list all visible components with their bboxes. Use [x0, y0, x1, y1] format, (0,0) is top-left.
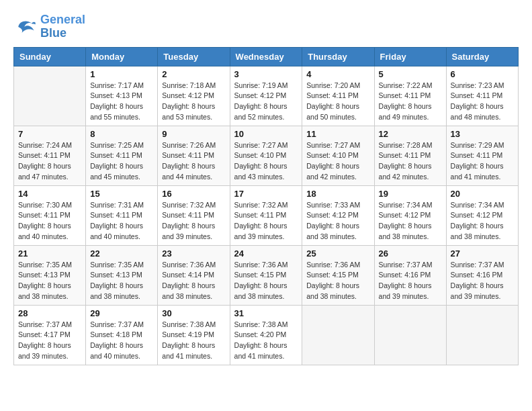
day-number: 10 — [234, 129, 298, 139]
calendar-cell: 1Sunrise: 7:17 AM Sunset: 4:13 PM Daylig… — [86, 66, 158, 126]
day-info: Sunrise: 7:33 AM Sunset: 4:12 PM Dayligh… — [306, 200, 369, 242]
calendar-cell — [302, 305, 374, 365]
day-number: 27 — [451, 248, 514, 259]
day-number: 5 — [379, 69, 442, 79]
day-number: 19 — [379, 189, 442, 199]
logo: General Blue — [13, 13, 85, 40]
day-info: Sunrise: 7:31 AM Sunset: 4:11 PM Dayligh… — [90, 200, 153, 242]
calendar-cell: 9Sunrise: 7:26 AM Sunset: 4:11 PM Daylig… — [158, 126, 230, 185]
day-info: Sunrise: 7:36 AM Sunset: 4:15 PM Dayligh… — [306, 260, 369, 302]
calendar-cell: 23Sunrise: 7:36 AM Sunset: 4:14 PM Dayli… — [158, 245, 230, 305]
day-info: Sunrise: 7:27 AM Sunset: 4:10 PM Dayligh… — [234, 140, 298, 183]
day-number: 13 — [451, 129, 514, 139]
day-number: 29 — [90, 308, 153, 318]
day-info: Sunrise: 7:23 AM Sunset: 4:11 PM Dayligh… — [451, 81, 514, 123]
day-number: 24 — [234, 248, 298, 259]
day-number: 7 — [18, 129, 81, 139]
calendar-week-1: 1Sunrise: 7:17 AM Sunset: 4:13 PM Daylig… — [14, 66, 519, 126]
calendar-cell: 4Sunrise: 7:20 AM Sunset: 4:11 PM Daylig… — [302, 66, 374, 126]
day-info: Sunrise: 7:37 AM Sunset: 4:16 PM Dayligh… — [451, 260, 514, 302]
day-info: Sunrise: 7:32 AM Sunset: 4:11 PM Dayligh… — [162, 200, 225, 242]
logo-text: General Blue — [40, 13, 85, 40]
column-header-wednesday: Wednesday — [230, 47, 302, 66]
day-info: Sunrise: 7:24 AM Sunset: 4:11 PM Dayligh… — [18, 140, 81, 183]
day-info: Sunrise: 7:36 AM Sunset: 4:15 PM Dayligh… — [234, 260, 298, 302]
calendar-cell: 2Sunrise: 7:18 AM Sunset: 4:12 PM Daylig… — [158, 66, 230, 126]
calendar-cell: 13Sunrise: 7:29 AM Sunset: 4:11 PM Dayli… — [446, 126, 518, 185]
day-info: Sunrise: 7:35 AM Sunset: 4:13 PM Dayligh… — [90, 260, 153, 302]
day-number: 28 — [18, 308, 81, 318]
logo-icon — [13, 15, 38, 39]
day-info: Sunrise: 7:19 AM Sunset: 4:12 PM Dayligh… — [234, 81, 298, 123]
day-number: 4 — [306, 69, 369, 79]
day-number: 18 — [306, 189, 369, 199]
day-info: Sunrise: 7:37 AM Sunset: 4:18 PM Dayligh… — [90, 320, 153, 362]
day-info: Sunrise: 7:26 AM Sunset: 4:11 PM Dayligh… — [162, 140, 225, 183]
calendar-cell: 15Sunrise: 7:31 AM Sunset: 4:11 PM Dayli… — [86, 185, 158, 245]
day-info: Sunrise: 7:28 AM Sunset: 4:11 PM Dayligh… — [379, 140, 442, 183]
calendar-cell — [14, 66, 86, 126]
calendar-cell: 18Sunrise: 7:33 AM Sunset: 4:12 PM Dayli… — [302, 185, 374, 245]
day-info: Sunrise: 7:36 AM Sunset: 4:14 PM Dayligh… — [162, 260, 225, 302]
day-info: Sunrise: 7:34 AM Sunset: 4:12 PM Dayligh… — [379, 200, 442, 242]
day-number: 30 — [162, 308, 225, 318]
calendar-week-5: 28Sunrise: 7:37 AM Sunset: 4:17 PM Dayli… — [14, 305, 519, 365]
calendar-cell — [446, 305, 518, 365]
calendar-cell: 29Sunrise: 7:37 AM Sunset: 4:18 PM Dayli… — [86, 305, 158, 365]
day-number: 26 — [379, 248, 442, 259]
day-number: 14 — [18, 189, 81, 199]
calendar-week-3: 14Sunrise: 7:30 AM Sunset: 4:11 PM Dayli… — [14, 185, 519, 245]
calendar-cell: 12Sunrise: 7:28 AM Sunset: 4:11 PM Dayli… — [374, 126, 446, 185]
column-header-sunday: Sunday — [14, 47, 86, 66]
column-header-monday: Monday — [86, 47, 158, 66]
calendar-cell: 6Sunrise: 7:23 AM Sunset: 4:11 PM Daylig… — [446, 66, 518, 126]
calendar-cell: 27Sunrise: 7:37 AM Sunset: 4:16 PM Dayli… — [446, 245, 518, 305]
calendar-cell: 28Sunrise: 7:37 AM Sunset: 4:17 PM Dayli… — [14, 305, 86, 365]
day-number: 8 — [90, 129, 153, 139]
day-number: 2 — [162, 69, 225, 79]
day-info: Sunrise: 7:25 AM Sunset: 4:11 PM Dayligh… — [90, 140, 153, 183]
calendar-header-row: SundayMondayTuesdayWednesdayThursdayFrid… — [14, 47, 519, 66]
day-info: Sunrise: 7:37 AM Sunset: 4:17 PM Dayligh… — [18, 320, 81, 362]
day-number: 17 — [234, 189, 298, 199]
day-info: Sunrise: 7:38 AM Sunset: 4:19 PM Dayligh… — [162, 320, 225, 362]
day-info: Sunrise: 7:27 AM Sunset: 4:10 PM Dayligh… — [306, 140, 369, 183]
calendar-cell: 3Sunrise: 7:19 AM Sunset: 4:12 PM Daylig… — [230, 66, 302, 126]
day-number: 9 — [162, 129, 225, 139]
day-info: Sunrise: 7:18 AM Sunset: 4:12 PM Dayligh… — [162, 81, 225, 123]
day-info: Sunrise: 7:37 AM Sunset: 4:16 PM Dayligh… — [379, 260, 442, 302]
day-info: Sunrise: 7:30 AM Sunset: 4:11 PM Dayligh… — [18, 200, 81, 242]
column-header-friday: Friday — [374, 47, 446, 66]
day-number: 21 — [18, 248, 81, 259]
day-number: 3 — [234, 69, 298, 79]
day-info: Sunrise: 7:34 AM Sunset: 4:12 PM Dayligh… — [451, 200, 514, 242]
day-number: 23 — [162, 248, 225, 259]
day-number: 1 — [90, 69, 153, 79]
calendar-cell: 11Sunrise: 7:27 AM Sunset: 4:10 PM Dayli… — [302, 126, 374, 185]
calendar-cell: 31Sunrise: 7:38 AM Sunset: 4:20 PM Dayli… — [230, 305, 302, 365]
column-header-saturday: Saturday — [446, 47, 518, 66]
day-info: Sunrise: 7:20 AM Sunset: 4:11 PM Dayligh… — [306, 81, 369, 123]
day-number: 20 — [451, 189, 514, 199]
calendar-cell: 8Sunrise: 7:25 AM Sunset: 4:11 PM Daylig… — [86, 126, 158, 185]
day-number: 25 — [306, 248, 369, 259]
day-number: 15 — [90, 189, 153, 199]
calendar-week-4: 21Sunrise: 7:35 AM Sunset: 4:13 PM Dayli… — [14, 245, 519, 305]
calendar-cell: 25Sunrise: 7:36 AM Sunset: 4:15 PM Dayli… — [302, 245, 374, 305]
calendar-cell: 22Sunrise: 7:35 AM Sunset: 4:13 PM Dayli… — [86, 245, 158, 305]
calendar-cell: 19Sunrise: 7:34 AM Sunset: 4:12 PM Dayli… — [374, 185, 446, 245]
calendar-table: SundayMondayTuesdayWednesdayThursdayFrid… — [13, 47, 519, 365]
column-header-thursday: Thursday — [302, 47, 374, 66]
calendar-cell: 20Sunrise: 7:34 AM Sunset: 4:12 PM Dayli… — [446, 185, 518, 245]
calendar-cell: 17Sunrise: 7:32 AM Sunset: 4:11 PM Dayli… — [230, 185, 302, 245]
day-number: 6 — [451, 69, 514, 79]
calendar-cell: 14Sunrise: 7:30 AM Sunset: 4:11 PM Dayli… — [14, 185, 86, 245]
day-info: Sunrise: 7:38 AM Sunset: 4:20 PM Dayligh… — [234, 320, 298, 362]
day-number: 22 — [90, 248, 153, 259]
day-info: Sunrise: 7:17 AM Sunset: 4:13 PM Dayligh… — [90, 81, 153, 123]
calendar-cell: 10Sunrise: 7:27 AM Sunset: 4:10 PM Dayli… — [230, 126, 302, 185]
column-header-tuesday: Tuesday — [158, 47, 230, 66]
calendar-cell: 26Sunrise: 7:37 AM Sunset: 4:16 PM Dayli… — [374, 245, 446, 305]
day-number: 12 — [379, 129, 442, 139]
calendar-cell: 7Sunrise: 7:24 AM Sunset: 4:11 PM Daylig… — [14, 126, 86, 185]
